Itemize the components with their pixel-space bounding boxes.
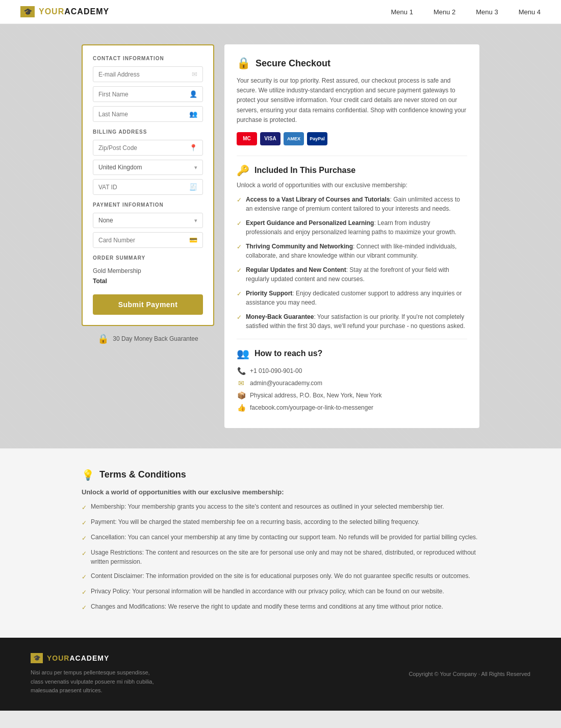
email-field-wrapper: ✉ bbox=[93, 66, 203, 82]
checkout-grid: CONTACT INFORMATION ✉ 👤 👥 BILLING ADDRES… bbox=[82, 44, 479, 428]
check-icon-3: ✓ bbox=[237, 266, 242, 275]
footer-logo-text: YOURACADEMY bbox=[47, 654, 109, 662]
benefit-item-1: ✓ Expert Guidance and Personalized Learn… bbox=[237, 218, 467, 237]
terms-check-1: ✓ bbox=[82, 518, 87, 528]
nav-menu-1[interactable]: Menu 1 bbox=[391, 8, 413, 16]
terms-text-4: Content Disclaimer: The information prov… bbox=[91, 571, 470, 581]
country-select[interactable]: United Kingdom bbox=[98, 164, 194, 171]
order-total-label: Total bbox=[93, 278, 107, 285]
reach-header: 👥 How to reach us? bbox=[237, 347, 467, 360]
address-text: Physical address, P.O. Box, New York, Ne… bbox=[250, 392, 382, 399]
social-text: facebook.com/yourpage-or-link-to-messeng… bbox=[250, 404, 373, 411]
terms-check-5: ✓ bbox=[82, 588, 87, 597]
vat-input[interactable] bbox=[98, 184, 186, 191]
logo-icon: 🎓 bbox=[20, 6, 35, 17]
secure-checkout-title: Secure Checkout bbox=[256, 58, 330, 69]
secure-icon: 🔒 bbox=[237, 57, 250, 70]
zip-field-wrapper: 📍 bbox=[93, 140, 203, 156]
reach-title: How to reach us? bbox=[254, 349, 322, 358]
guarantee-badge: 🔒 30 Day Money Back Guarantee bbox=[82, 333, 214, 344]
terms-item-0: ✓ Membership: Your membership grants you… bbox=[82, 502, 479, 512]
email-icon: ✉ bbox=[192, 70, 197, 78]
info-panel: 🔒 Secure Checkout Your security is our t… bbox=[224, 44, 479, 428]
benefit-text-3: Regular Updates and New Content: Stay at… bbox=[246, 265, 467, 284]
benefit-text-1: Expert Guidance and Personalized Learnin… bbox=[246, 218, 467, 237]
benefit-item-4: ✓ Priority Support: Enjoy dedicated cust… bbox=[237, 289, 467, 307]
first-name-input[interactable] bbox=[98, 91, 186, 98]
terms-inner: 💡 Terms & Conditions Unlock a world of o… bbox=[82, 469, 479, 612]
secure-checkout-header: 🔒 Secure Checkout bbox=[237, 57, 467, 70]
guarantee-text: 30 Day Money Back Guarantee bbox=[113, 335, 198, 342]
mastercard-icon: MC bbox=[237, 132, 257, 145]
order-item-row: Gold Membership bbox=[93, 266, 203, 276]
included-header: 🔑 Included In This Purchase bbox=[237, 164, 467, 177]
terms-item-2: ✓ Cancellation: You can cancel your memb… bbox=[82, 533, 479, 543]
zip-input[interactable] bbox=[98, 144, 186, 152]
billing-section-label: BILLING ADDRESS bbox=[93, 129, 203, 135]
payment-type-wrapper: None ▾ bbox=[93, 213, 203, 228]
terms-subtitle: Unlock a world of opportunities with our… bbox=[82, 488, 479, 496]
person-icon: 👤 bbox=[189, 90, 197, 98]
terms-text-3: Usage Restrictions: The content and reso… bbox=[91, 548, 479, 566]
email-contact-icon: ✉ bbox=[237, 379, 246, 387]
paypal-icon: PayPal bbox=[307, 132, 327, 145]
benefit-text-5: Money-Back Guarantee: Your satisfaction … bbox=[246, 312, 467, 331]
terms-check-3: ✓ bbox=[82, 549, 87, 558]
address-icon: 📦 bbox=[237, 391, 246, 399]
card-icon: 💳 bbox=[189, 236, 197, 244]
terms-check-0: ✓ bbox=[82, 503, 87, 512]
footer-logo: 🎓 YOURACADEMY bbox=[31, 653, 163, 663]
terms-text-5: Privacy Policy: Your personal informatio… bbox=[91, 587, 444, 596]
order-total-row: Total bbox=[93, 276, 203, 286]
last-name-input[interactable] bbox=[98, 111, 186, 118]
payment-type-select[interactable]: None bbox=[98, 217, 194, 224]
footer-left: 🎓 YOURACADEMY Nisi arcu per tempus pelle… bbox=[31, 653, 163, 695]
terms-section: 💡 Terms & Conditions Unlock a world of o… bbox=[0, 448, 561, 638]
terms-header: 💡 Terms & Conditions bbox=[82, 469, 479, 481]
footer-copyright: Copyright © Your Company · All Rights Re… bbox=[409, 671, 530, 677]
terms-check-6: ✓ bbox=[82, 603, 87, 612]
nav-menu-4[interactable]: Menu 4 bbox=[519, 8, 541, 16]
location-icon: 📍 bbox=[189, 144, 197, 152]
terms-list: ✓ Membership: Your membership grants you… bbox=[82, 502, 479, 612]
payment-chevron-icon: ▾ bbox=[194, 217, 197, 224]
terms-item-5: ✓ Privacy Policy: Your personal informat… bbox=[82, 587, 479, 597]
contact-address: 📦 Physical address, P.O. Box, New York, … bbox=[237, 391, 467, 399]
benefit-text-2: Thriving Community and Networking: Conne… bbox=[246, 242, 467, 260]
benefit-list: ✓ Access to a Vast Library of Courses an… bbox=[237, 195, 467, 331]
included-title: Included In This Purchase bbox=[254, 166, 355, 175]
navbar: 🎓 YOURACADEMY Menu 1 Menu 2 Menu 3 Menu … bbox=[0, 0, 561, 24]
card-number-input[interactable] bbox=[98, 237, 186, 244]
terms-title: Terms & Conditions bbox=[99, 469, 186, 480]
submit-payment-button[interactable]: Submit Payment bbox=[93, 294, 203, 315]
contact-email: ✉ admin@youracademy.com bbox=[237, 379, 467, 387]
social-icon: 👍 bbox=[237, 404, 246, 412]
terms-item-1: ✓ Payment: You will be charged the state… bbox=[82, 517, 479, 528]
contact-section-label: CONTACT INFORMATION bbox=[93, 56, 203, 61]
phone-text: +1 010-090-901-00 bbox=[250, 367, 302, 374]
main-content: CONTACT INFORMATION ✉ 👤 👥 BILLING ADDRES… bbox=[0, 24, 561, 448]
divider-1 bbox=[237, 156, 467, 156]
email-input[interactable] bbox=[98, 71, 189, 78]
terms-text-6: Changes and Modifications: We reserve th… bbox=[91, 602, 443, 611]
form-card: CONTACT INFORMATION ✉ 👤 👥 BILLING ADDRES… bbox=[82, 44, 214, 326]
benefit-text-0: Access to a Vast Library of Courses and … bbox=[246, 195, 467, 213]
payment-section: PAYMENT INFORMATION None ▾ 💳 bbox=[93, 202, 203, 248]
terms-item-6: ✓ Changes and Modifications: We reserve … bbox=[82, 602, 479, 612]
nav-menu-2[interactable]: Menu 2 bbox=[434, 8, 455, 16]
chevron-down-icon: ▾ bbox=[194, 164, 197, 171]
payment-section-label: PAYMENT INFORMATION bbox=[93, 202, 203, 208]
visa-icon: VISA bbox=[260, 132, 280, 145]
receipt-icon: 🧾 bbox=[189, 183, 197, 191]
logo-link[interactable]: 🎓 YOURACADEMY bbox=[20, 6, 109, 17]
bulb-icon: 💡 bbox=[82, 469, 94, 481]
last-name-field-wrapper: 👥 bbox=[93, 106, 203, 122]
terms-item-4: ✓ Content Disclaimer: The information pr… bbox=[82, 571, 479, 582]
check-icon-1: ✓ bbox=[237, 219, 242, 228]
nav-menu-3[interactable]: Menu 3 bbox=[476, 8, 498, 16]
footer: 🎓 YOURACADEMY Nisi arcu per tempus pelle… bbox=[0, 638, 561, 711]
first-name-field-wrapper: 👤 bbox=[93, 86, 203, 102]
form-panel: CONTACT INFORMATION ✉ 👤 👥 BILLING ADDRES… bbox=[82, 44, 214, 428]
benefit-item-3: ✓ Regular Updates and New Content: Stay … bbox=[237, 265, 467, 284]
people-icon: 👥 bbox=[189, 110, 197, 118]
